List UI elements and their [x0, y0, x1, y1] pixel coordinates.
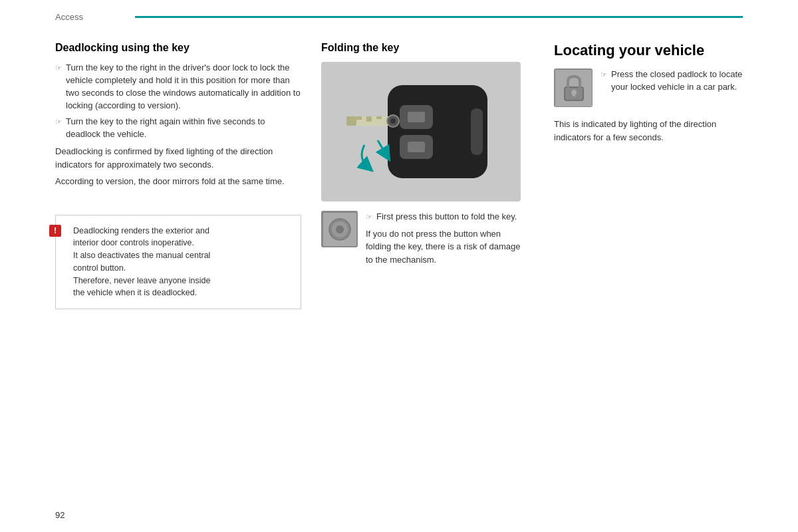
- page-header: Access: [0, 0, 798, 22]
- svg-rect-2: [471, 108, 483, 155]
- page-number: 92: [55, 510, 65, 520]
- svg-rect-11: [376, 116, 382, 119]
- fold-arrow-icon: ☞: [366, 212, 372, 223]
- padlock-icon: [554, 68, 593, 107]
- locating-bullet-text: Press the closed padlock to locate your …: [611, 68, 743, 94]
- locating-plain-text: This is indicated by lighting of the dir…: [554, 118, 743, 144]
- folding-title: Folding the key: [321, 42, 527, 54]
- deadlock-bullet-2: ☞ Turn the key to the right again within…: [55, 116, 301, 141]
- warning-box: ! Deadlocking renders the exterior and i…: [55, 215, 301, 310]
- section-label: Access: [55, 12, 108, 22]
- svg-rect-5: [408, 112, 425, 122]
- locating-row: ☞ Press the closed padlock to locate you…: [554, 68, 743, 107]
- fold-button-icon: [321, 211, 358, 247]
- locating-text-block: ☞ Press the closed padlock to locate you…: [600, 68, 743, 98]
- deadlock-bullet-2-text: Turn the key to the right again within f…: [66, 116, 301, 141]
- fold-plain-text: If you do not press the button when fold…: [366, 227, 527, 267]
- svg-point-17: [336, 225, 344, 233]
- folding-section: Folding the key: [301, 42, 527, 309]
- key-fob-image: [321, 62, 521, 201]
- bullet-arrow-icon: ☞: [55, 63, 62, 112]
- fold-bullet: ☞ First press this button to fold the ke…: [366, 211, 527, 223]
- fold-text-block: ☞ First press this button to fold the ke…: [366, 211, 527, 270]
- svg-rect-9: [356, 116, 362, 120]
- warning-text: Deadlocking renders the exterior and int…: [68, 225, 291, 300]
- deadlock-plain-1: Deadlocking is confirmed by fixed lighti…: [55, 145, 301, 171]
- header-divider: [135, 16, 743, 18]
- svg-point-13: [390, 118, 396, 124]
- deadlocking-title: Deadlocking using the key: [55, 42, 301, 54]
- fold-button-row: ☞ First press this button to fold the ke…: [321, 211, 527, 270]
- svg-rect-6: [408, 142, 425, 152]
- svg-rect-21: [573, 92, 575, 96]
- deadlock-bullet-1-text: Turn the key to the right in the driver'…: [66, 62, 301, 112]
- deadlock-bullet-1: ☞ Turn the key to the right in the drive…: [55, 62, 301, 112]
- locating-arrow-icon: ☞: [600, 70, 607, 94]
- bullet-arrow-icon-2: ☞: [55, 117, 62, 141]
- locating-bullet: ☞ Press the closed padlock to locate you…: [600, 68, 743, 94]
- fold-bullet-text: First press this button to fold the key.: [376, 211, 517, 223]
- svg-rect-10: [366, 116, 372, 122]
- page-content: Deadlocking using the key ☞ Turn the key…: [0, 22, 798, 323]
- warning-icon: !: [49, 225, 61, 237]
- deadlock-plain-2: According to version, the door mirrors f…: [55, 175, 301, 188]
- deadlocking-section: Deadlocking using the key ☞ Turn the key…: [55, 42, 301, 309]
- locating-section: Locating your vehicle ☞ Press the clos: [527, 42, 743, 309]
- locating-title: Locating your vehicle: [554, 42, 743, 59]
- svg-rect-8: [346, 116, 356, 126]
